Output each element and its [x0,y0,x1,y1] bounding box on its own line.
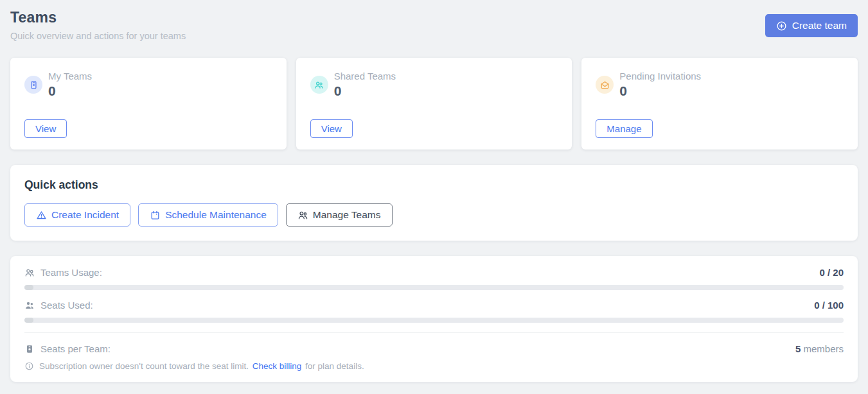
create-team-label: Create team [792,20,847,31]
page-subtitle: Quick overview and actions for your team… [10,31,186,41]
manage-teams-label: Manage Teams [313,209,381,221]
teams-usage-value: 0 / 20 [819,267,844,278]
envelope-open-icon [596,76,614,94]
view-my-teams-button[interactable]: View [24,119,67,138]
teams-page: Teams Quick overview and actions for you… [0,0,868,382]
card-count: 0 [48,83,92,99]
users-icon [297,210,308,221]
seats-used-value: 0 / 100 [814,300,844,311]
card-label: My Teams [48,71,92,81]
id-badge-icon [24,76,42,94]
seat-limit-note: Subscription owner doesn't count toward … [24,361,844,371]
note-text: Subscription owner doesn't count toward … [39,361,364,371]
view-shared-teams-button[interactable]: View [310,119,353,138]
note-suffix: for plan details. [305,361,364,371]
seats-used-progressbar [24,318,844,323]
seats-per-team-row: Seats per Team: 5 members [24,343,844,354]
seats-per-team-value: 5 members [795,343,844,354]
info-circle-icon [24,361,34,371]
teams-usage-row: Teams Usage: 0 / 20 [24,267,844,278]
seats-used-row: Seats Used: 0 / 100 [24,300,844,311]
seats-per-team-unit: members [801,343,844,354]
card-count: 0 [334,83,396,99]
shared-teams-card: Shared Teams 0 View [296,58,572,150]
page-title: Teams [10,9,186,26]
card-label: Shared Teams [334,71,396,81]
card-count: 0 [619,83,701,99]
my-teams-card: My Teams 0 View [10,58,287,150]
create-team-button[interactable]: Create team [765,14,858,37]
stat-cards-row: My Teams 0 View Shared [10,58,858,150]
quick-actions-panel: Quick actions Create Incident [10,165,858,241]
create-incident-label: Create Incident [51,209,119,221]
teams-usage-progress-fill [24,285,33,290]
manage-invitations-button[interactable]: Manage [596,119,652,138]
calendar-icon [150,210,161,221]
check-billing-link[interactable]: Check billing [252,361,302,371]
seats-per-team-label: Seats per Team: [40,343,111,354]
card-label: Pending Invitations [619,71,701,81]
teams-usage-label: Teams Usage: [40,267,102,278]
seats-used-progress-fill [24,318,33,323]
page-header-text: Teams Quick overview and actions for you… [10,9,186,41]
plus-circle-icon [776,21,787,31]
page-header: Teams Quick overview and actions for you… [10,9,858,41]
schedule-maintenance-button[interactable]: Schedule Maintenance [138,203,278,227]
quick-actions-title: Quick actions [24,178,844,192]
usage-panel: Teams Usage: 0 / 20 Seats Used: 0 / 100 [10,256,858,382]
manage-teams-button[interactable]: Manage Teams [286,203,393,227]
create-incident-button[interactable]: Create Incident [24,203,130,227]
schedule-maintenance-label: Schedule Maintenance [165,209,267,221]
users-outline-icon [24,268,35,278]
usage-divider [24,332,844,333]
alert-triangle-icon [36,210,47,221]
users-filled-icon [24,300,35,311]
teams-usage-progressbar [24,285,844,290]
seats-used-label: Seats Used: [40,300,93,311]
id-badge-filled-icon [24,344,35,354]
pending-invitations-card: Pending Invitations 0 Manage [581,58,858,150]
users-icon [310,76,328,94]
